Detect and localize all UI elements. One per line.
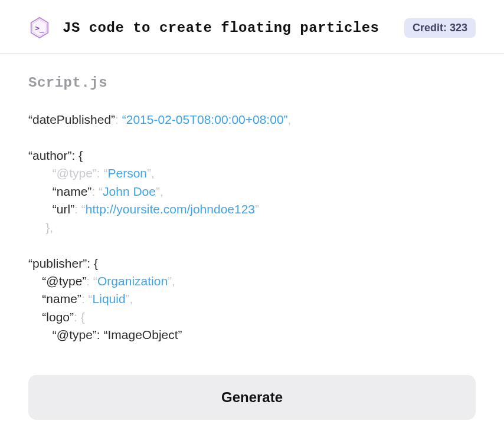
code-line: “@type”: “Person”, [28, 164, 476, 182]
code-value: “ImageObject” [104, 328, 182, 341]
code-block: “datePublished”: “2015-02-05T08:00:00+08… [28, 111, 476, 344]
code-quote: ” [126, 292, 130, 305]
code-key: “datePublished” [28, 113, 115, 126]
code-quote: “ [81, 202, 86, 216]
code-blank-line [28, 129, 476, 146]
code-comma: , [160, 185, 163, 198]
content-area: Script.js “datePublished”: “2015-02-05T0… [0, 54, 504, 420]
code-comma: , [130, 292, 133, 305]
code-key: “@type” [53, 166, 97, 180]
code-colon: : [97, 166, 104, 180]
code-quote: “ [89, 292, 93, 305]
code-colon: : [74, 310, 81, 324]
code-line: }, [28, 219, 476, 236]
code-value: John Doe [103, 185, 156, 198]
app-logo-icon: >_ [28, 17, 51, 39]
code-value: http://yoursite.com/johndoe123 [86, 202, 255, 216]
code-colon: : [86, 274, 93, 288]
code-colon: : [81, 292, 89, 305]
page-title: JS code to create floating particles [63, 20, 379, 36]
code-line: “datePublished”: “2015-02-05T08:00:00+08… [28, 111, 476, 129]
code-line: “name”: “Liquid”, [28, 290, 476, 308]
code-key: “logo” [42, 310, 74, 324]
code-value: Organization [97, 274, 168, 288]
code-key: “publisher” [28, 256, 87, 270]
code-brace: { [81, 310, 85, 324]
code-key: “name” [42, 292, 81, 305]
code-quote: “ [99, 185, 103, 198]
code-quote: ” [156, 185, 160, 198]
code-key: “author” [28, 149, 72, 162]
svg-text:>_: >_ [35, 24, 44, 33]
code-line: “@type”: “ImageObject” [28, 326, 476, 344]
code-key: “name” [53, 185, 92, 198]
code-colon: : [115, 113, 122, 126]
code-line: “url”: “http://yoursite.com/johndoe123” [28, 200, 476, 218]
code-quote: ” [147, 166, 151, 180]
code-comma: , [172, 274, 175, 288]
code-line: “author”: { [28, 147, 476, 164]
code-value: Liquid [93, 292, 126, 305]
code-colon: : [74, 202, 81, 216]
code-quote: “ [104, 166, 108, 180]
code-key: “@type” [53, 328, 97, 341]
code-line: “publisher”: { [28, 255, 476, 272]
code-quote: ” [255, 202, 259, 216]
code-comma: , [288, 113, 292, 126]
code-key: “@type” [42, 274, 86, 288]
generate-button[interactable]: Generate [28, 375, 476, 420]
header: >_ JS code to create floating particles … [0, 0, 504, 54]
code-line: “name”: “John Doe”, [28, 183, 476, 200]
code-comma: , [151, 166, 155, 180]
code-key: “url” [53, 202, 74, 216]
header-left: >_ JS code to create floating particles [28, 17, 379, 39]
code-line: “logo”: { [28, 308, 476, 326]
code-value: “2015-02-05T08:00:00+08:00” [122, 113, 288, 126]
credit-badge: Credit: 323 [404, 18, 476, 38]
code-line: “@type”: “Organization”, [28, 272, 476, 290]
code-blank-line [28, 236, 476, 254]
script-filename: Script.js [28, 75, 476, 91]
code-quote: “ [93, 274, 97, 288]
code-value: Person [108, 166, 148, 180]
code-colon: : [91, 185, 99, 198]
